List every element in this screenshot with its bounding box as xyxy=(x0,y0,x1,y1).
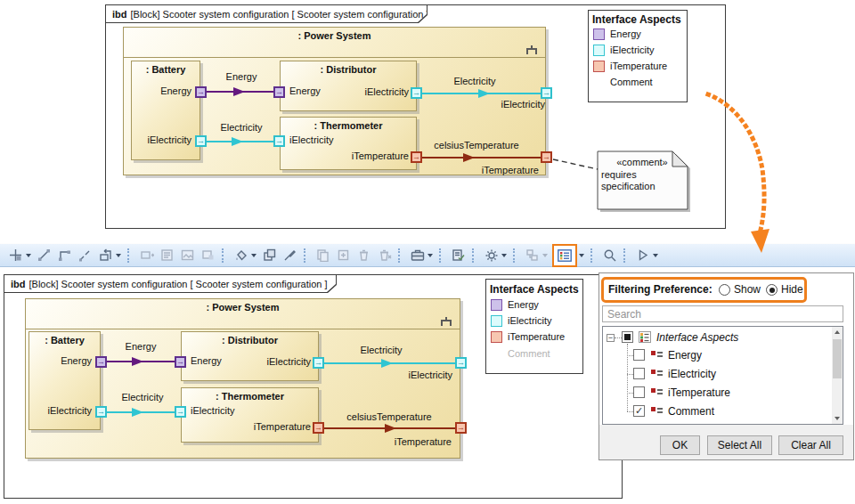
reset-edges-icon[interactable] xyxy=(95,247,116,264)
tree-item-label[interactable]: iElectricity xyxy=(668,368,716,380)
block-title: : Thermometer xyxy=(182,388,318,402)
connector-label: Electricity xyxy=(441,76,509,86)
port-battery-ielectricity[interactable]: → xyxy=(195,135,207,147)
port-distributor-energy[interactable]: → xyxy=(273,86,285,98)
port-battery-energy[interactable]: → xyxy=(195,86,207,98)
port-battery-energy[interactable]: → xyxy=(95,356,107,368)
legend-label: Comment xyxy=(508,348,550,359)
legend-label: iTemperature xyxy=(610,61,667,71)
tree-root-label[interactable]: Interface Aspects xyxy=(656,331,738,344)
tree-line xyxy=(627,355,633,356)
copy-icon xyxy=(313,247,333,264)
connector-label: Energy xyxy=(110,341,172,352)
port-label: iElectricity xyxy=(348,86,409,97)
port-boundary-itemperature[interactable]: → xyxy=(455,422,467,434)
fill-color-icon[interactable] xyxy=(231,247,251,264)
port-boundary-itemperature[interactable]: → xyxy=(541,151,552,163)
diagram-tab-bottom: ibd [Block] Scooter system configuration… xyxy=(4,274,337,293)
clear-all-button[interactable]: Clear All xyxy=(778,435,843,455)
briefcase-icon[interactable] xyxy=(407,247,428,264)
application-canvas: ibd [Block] Scooter system configuration… xyxy=(0,0,855,504)
block-battery[interactable]: : Battery xyxy=(131,61,200,160)
port-boundary-ielectricity[interactable]: → xyxy=(541,87,552,99)
legend-title: Interface Aspects xyxy=(592,13,681,26)
port-label: iElectricity xyxy=(191,405,235,416)
dropdown-arrow-icon xyxy=(542,254,548,257)
legend-title: Interface Aspects xyxy=(490,283,579,296)
dropdown-arrow-icon[interactable] xyxy=(251,254,256,257)
radio-hide-label[interactable]: Hide xyxy=(781,283,803,296)
radio-hide[interactable] xyxy=(766,284,778,296)
scroll-up-icon[interactable] xyxy=(835,330,840,334)
port-battery-ielectricity[interactable]: → xyxy=(95,406,107,418)
filtering-preference-label: Filtering Preference: xyxy=(608,283,712,296)
delete-from-model-icon xyxy=(374,247,395,264)
toolbar-separator xyxy=(439,248,443,263)
legend-filter-button[interactable] xyxy=(552,244,577,267)
dropdown-arrow-icon[interactable] xyxy=(428,254,433,257)
legend-swatch-itemperature xyxy=(491,331,502,343)
search-icon[interactable] xyxy=(599,247,620,264)
dropdown-arrow-icon[interactable] xyxy=(501,254,507,257)
draw-line-icon[interactable] xyxy=(34,247,54,264)
port-distributor-energy[interactable]: → xyxy=(175,356,186,368)
tree-root-checkbox[interactable] xyxy=(622,331,633,343)
draw-path-icon[interactable] xyxy=(54,247,75,264)
layout-tool-icon[interactable] xyxy=(5,247,26,264)
connector-arrow xyxy=(463,153,475,162)
order-shapes-icon[interactable] xyxy=(259,247,280,264)
port-distributor-ielectricity[interactable]: → xyxy=(411,87,422,99)
tree-line xyxy=(615,337,622,338)
port-distributor-ielectricity[interactable]: → xyxy=(313,357,324,369)
radio-show-label[interactable]: Show xyxy=(734,283,761,296)
toolbar-separator xyxy=(398,248,402,263)
select-all-button[interactable]: Select All xyxy=(707,435,772,455)
tree-item-label[interactable]: Comment xyxy=(668,405,714,418)
port-boundary-ielectricity[interactable]: → xyxy=(455,357,467,369)
diagram-toolbar xyxy=(0,243,855,267)
ok-button[interactable]: OK xyxy=(660,435,700,455)
tree-item-label[interactable]: iTemperature xyxy=(668,386,730,399)
toolbar-separator xyxy=(127,248,131,263)
toolbar-separator xyxy=(304,248,307,263)
dropdown-arrow-icon[interactable] xyxy=(653,254,658,257)
radio-show[interactable] xyxy=(719,284,730,296)
connector-celsius[interactable] xyxy=(422,157,542,159)
note-stereotype: «comment» xyxy=(597,157,688,167)
port-label: iElectricity xyxy=(131,134,191,145)
comment-note[interactable]: «comment» requires specification xyxy=(597,150,691,213)
dropdown-arrow-icon[interactable] xyxy=(116,254,121,257)
tree-checkbox-itemperature[interactable] xyxy=(633,386,645,398)
draw-polyline-icon[interactable] xyxy=(75,247,95,264)
tree-checkbox-energy[interactable] xyxy=(633,349,645,361)
legend-label: iElectricity xyxy=(508,315,552,326)
port-thermometer-ielectricity[interactable]: → xyxy=(273,135,285,147)
validate-icon[interactable] xyxy=(448,247,468,264)
tree-item-label[interactable]: Energy xyxy=(668,349,702,362)
dropdown-arrow-icon[interactable] xyxy=(579,254,584,257)
diagram-title: [Block] Scooter system configuration [ S… xyxy=(131,9,429,20)
tree-line xyxy=(627,411,633,412)
port-thermometer-itemperature[interactable]: → xyxy=(313,422,324,434)
legend-interface-aspects[interactable]: Interface Aspects Energy iElectricity iT… xyxy=(485,279,583,374)
boundary-port-label: iElectricity xyxy=(484,99,545,110)
scroll-down-icon[interactable] xyxy=(835,417,840,420)
tree-checkbox-ielectricity[interactable] xyxy=(633,368,645,379)
search-input[interactable] xyxy=(602,305,843,322)
tree-scrollbar[interactable] xyxy=(832,327,843,424)
port-label: Energy xyxy=(289,85,321,96)
port-thermometer-itemperature[interactable]: → xyxy=(411,151,422,163)
legend-interface-aspects[interactable]: Interface Aspects Energy iElectricity iT… xyxy=(588,10,688,102)
settings-gear-icon[interactable] xyxy=(481,247,501,264)
tree-line xyxy=(627,374,633,375)
port-thermometer-ielectricity[interactable]: → xyxy=(175,406,186,418)
dropdown-arrow-icon[interactable] xyxy=(26,254,31,257)
scrollbar-thumb[interactable] xyxy=(833,339,842,378)
run-icon[interactable] xyxy=(632,247,653,264)
tree-checkbox-comment[interactable]: ✓ xyxy=(633,405,645,417)
port-tool-icon xyxy=(198,247,218,264)
aspect-item-icon xyxy=(651,370,663,378)
tree-expander-icon[interactable]: − xyxy=(607,334,615,342)
format-painter-icon[interactable] xyxy=(280,247,300,264)
block-title: : Distributor xyxy=(182,332,318,345)
